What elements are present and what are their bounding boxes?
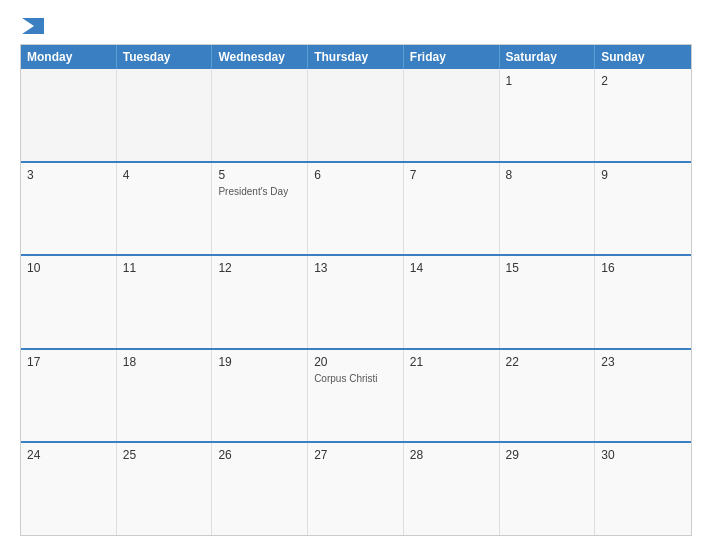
calendar-cell [21,69,117,161]
day-number: 3 [27,168,110,182]
calendar-cell: 4 [117,163,213,255]
calendar-cell: 24 [21,443,117,535]
event-label: President's Day [218,186,301,197]
day-number: 21 [410,355,493,369]
calendar-week: 17181920Corpus Christi212223 [21,348,691,442]
calendar-grid: MondayTuesdayWednesdayThursdayFridaySatu… [20,44,692,536]
calendar-header-cell: Thursday [308,45,404,69]
calendar-cell: 30 [595,443,691,535]
day-number: 17 [27,355,110,369]
calendar-week: 12 [21,69,691,161]
calendar-header-cell: Wednesday [212,45,308,69]
day-number: 24 [27,448,110,462]
logo-flag-icon [22,18,44,34]
calendar-header-cell: Monday [21,45,117,69]
calendar-cell: 26 [212,443,308,535]
calendar-cell: 27 [308,443,404,535]
calendar-cell [308,69,404,161]
day-number: 16 [601,261,685,275]
calendar-cell: 29 [500,443,596,535]
day-number: 12 [218,261,301,275]
logo [20,18,44,34]
calendar-cell: 11 [117,256,213,348]
day-number: 13 [314,261,397,275]
calendar-header: MondayTuesdayWednesdayThursdayFridaySatu… [21,45,691,69]
day-number: 30 [601,448,685,462]
calendar-cell: 8 [500,163,596,255]
calendar-cell: 20Corpus Christi [308,350,404,442]
calendar-cell: 12 [212,256,308,348]
day-number: 4 [123,168,206,182]
calendar-page: MondayTuesdayWednesdayThursdayFridaySatu… [0,0,712,550]
calendar-header-cell: Sunday [595,45,691,69]
day-number: 23 [601,355,685,369]
day-number: 19 [218,355,301,369]
calendar-cell: 21 [404,350,500,442]
day-number: 7 [410,168,493,182]
calendar-cell [117,69,213,161]
day-number: 18 [123,355,206,369]
calendar-cell: 9 [595,163,691,255]
calendar-cell: 15 [500,256,596,348]
calendar-cell: 3 [21,163,117,255]
calendar-cell: 22 [500,350,596,442]
day-number: 5 [218,168,301,182]
calendar-cell: 1 [500,69,596,161]
day-number: 20 [314,355,397,369]
calendar-cell: 19 [212,350,308,442]
day-number: 1 [506,74,589,88]
day-number: 27 [314,448,397,462]
day-number: 6 [314,168,397,182]
calendar-cell: 10 [21,256,117,348]
day-number: 22 [506,355,589,369]
calendar-header-cell: Tuesday [117,45,213,69]
calendar-header-cell: Saturday [500,45,596,69]
calendar-cell: 5President's Day [212,163,308,255]
calendar-cell: 2 [595,69,691,161]
calendar-cell [212,69,308,161]
calendar-cell: 28 [404,443,500,535]
day-number: 9 [601,168,685,182]
calendar-cell: 7 [404,163,500,255]
day-number: 29 [506,448,589,462]
day-number: 2 [601,74,685,88]
day-number: 25 [123,448,206,462]
calendar-cell: 14 [404,256,500,348]
calendar-cell: 25 [117,443,213,535]
day-number: 11 [123,261,206,275]
calendar-week: 345President's Day6789 [21,161,691,255]
day-number: 8 [506,168,589,182]
day-number: 10 [27,261,110,275]
calendar-cell: 18 [117,350,213,442]
day-number: 15 [506,261,589,275]
calendar-cell [404,69,500,161]
calendar-cell: 16 [595,256,691,348]
calendar-body: 12345President's Day67891011121314151617… [21,69,691,535]
calendar-week: 10111213141516 [21,254,691,348]
calendar-cell: 23 [595,350,691,442]
calendar-header-cell: Friday [404,45,500,69]
day-number: 26 [218,448,301,462]
calendar-week: 24252627282930 [21,441,691,535]
day-number: 28 [410,448,493,462]
day-number: 14 [410,261,493,275]
calendar-cell: 13 [308,256,404,348]
calendar-cell: 17 [21,350,117,442]
calendar-cell: 6 [308,163,404,255]
page-header [20,18,692,34]
event-label: Corpus Christi [314,373,397,384]
